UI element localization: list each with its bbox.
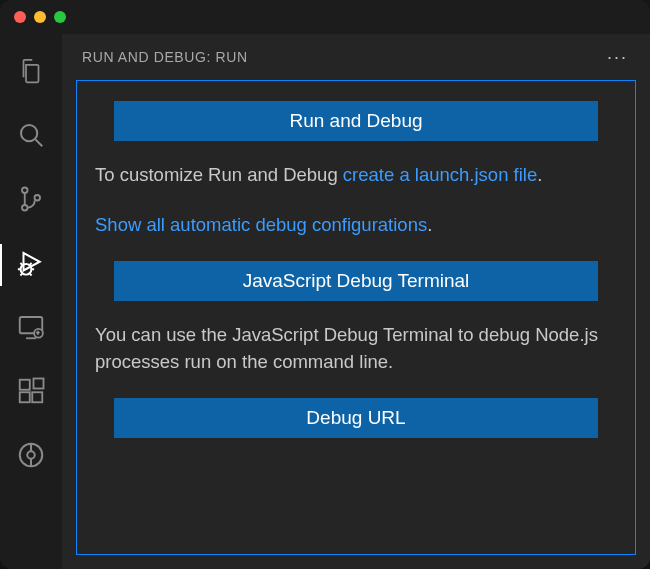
run-and-debug-button[interactable]: Run and Debug [114,101,598,141]
explorer-tab[interactable] [0,48,62,98]
svg-point-4 [35,195,41,201]
window-close-icon[interactable] [14,11,26,23]
customize-text: To customize Run and Debug create a laun… [95,161,617,189]
show-all-line: Show all automatic debug configurations. [95,211,617,239]
customize-suffix: . [537,164,542,185]
svg-rect-19 [34,379,44,389]
js-debug-terminal-button[interactable]: JavaScript Debug Terminal [114,261,598,301]
debug-icon [16,248,46,282]
create-launch-json-link[interactable]: create a launch.json file [343,164,537,185]
titlebar [0,0,650,34]
svg-point-2 [22,188,28,194]
window-minimize-icon[interactable] [34,11,46,23]
show-all-configs-link[interactable]: Show all automatic debug configurations [95,214,427,235]
search-tab[interactable] [0,112,62,162]
js-terminal-desc: You can use the JavaScript Debug Termina… [95,321,617,377]
svg-rect-18 [32,392,42,402]
extensions-tab[interactable] [0,368,62,418]
run-debug-tab[interactable] [0,240,62,290]
svg-rect-17 [20,392,30,402]
files-icon [16,56,46,90]
search-icon [16,120,46,154]
extensions-icon [16,376,46,410]
main-body: RUN AND DEBUG: RUN ··· Run and Debug To … [0,34,650,569]
svg-line-12 [30,274,32,276]
sidebar: RUN AND DEBUG: RUN ··· Run and Debug To … [62,34,650,569]
remote-explorer-tab[interactable] [0,304,62,354]
svg-point-0 [21,125,37,141]
git-graph-tab[interactable] [0,432,62,482]
activity-bar [0,34,62,569]
sidebar-header: RUN AND DEBUG: RUN ··· [62,34,650,80]
debug-url-button[interactable]: Debug URL [114,398,598,438]
source-control-tab[interactable] [0,176,62,226]
remote-explorer-icon [16,312,46,346]
svg-rect-16 [20,380,30,390]
svg-line-9 [20,263,22,265]
svg-point-21 [27,451,35,459]
git-commit-icon [16,440,46,474]
window-zoom-icon[interactable] [54,11,66,23]
svg-line-11 [20,274,22,276]
source-control-icon [16,184,46,218]
svg-line-10 [30,263,32,265]
svg-point-3 [22,205,28,211]
svg-line-1 [35,139,42,146]
customize-prefix: To customize Run and Debug [95,164,343,185]
app-window: RUN AND DEBUG: RUN ··· Run and Debug To … [0,0,650,569]
run-debug-panel: Run and Debug To customize Run and Debug… [76,80,636,555]
more-actions-button[interactable]: ··· [605,43,630,72]
sidebar-title: RUN AND DEBUG: RUN [82,49,248,65]
show-all-suffix: . [427,214,432,235]
